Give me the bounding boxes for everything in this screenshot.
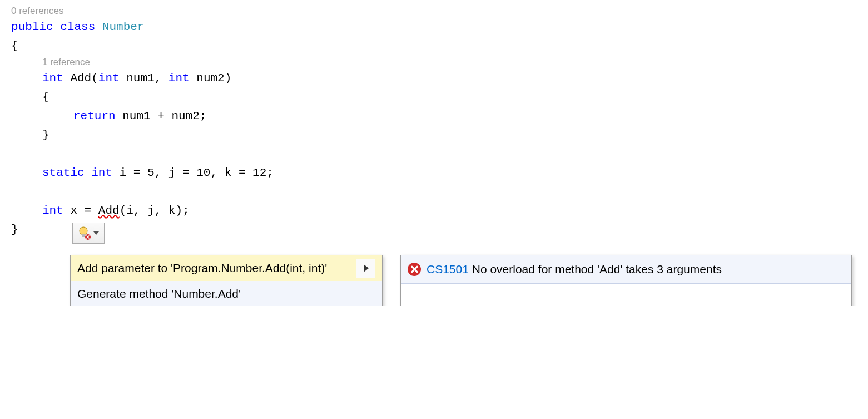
code-line: public class Number [11, 18, 857, 37]
code-line: } [11, 220, 857, 239]
codelens-class[interactable]: 0 references [11, 4, 857, 18]
diff-context: ... [408, 304, 426, 306]
preview-header: CS1501 No overload for method 'Add' take… [401, 255, 851, 284]
submenu-expand-button[interactable] [356, 259, 375, 278]
code-line: int Add(int num1, int num2) [11, 69, 857, 88]
blank-line [11, 145, 857, 164]
blank-line [11, 183, 857, 201]
lightbulb-icon [78, 226, 91, 240]
code-line: return num1 + num2; [11, 107, 857, 126]
quick-action-generate-method[interactable]: Generate method 'Number.Add' [71, 281, 382, 306]
error-icon [408, 263, 421, 276]
code-line: static int i = 5, j = 10, k = 12; [11, 164, 857, 183]
diff-preview: ... { int Add(int num1, int num2) int Ad… [401, 284, 851, 306]
codelens-method[interactable]: 1 reference [11, 56, 857, 69]
code-editor[interactable]: 0 references public class Number { 1 ref… [0, 0, 868, 306]
svg-point-0 [80, 227, 87, 235]
quick-actions-menu: Add parameter to 'Program.Number.Add(int… [70, 255, 383, 306]
quick-action-add-parameter[interactable]: Add parameter to 'Program.Number.Add(int… [71, 255, 382, 281]
code-line: } [11, 126, 857, 145]
error-code[interactable]: CS1501 [426, 263, 469, 275]
error-message: No overload for method 'Add' takes 3 arg… [469, 263, 722, 275]
preview-panel: CS1501 No overload for method 'Add' take… [400, 255, 852, 306]
chevron-down-icon [93, 231, 99, 235]
code-line: { [11, 88, 857, 107]
chevron-right-icon [364, 264, 369, 272]
menu-item-label: Generate method 'Number.Add' [77, 284, 375, 303]
svg-rect-1 [82, 234, 85, 237]
code-line: int x = Add(i, j, k); [11, 201, 857, 220]
lightbulb-button[interactable] [72, 223, 105, 244]
code-line: { [11, 37, 857, 56]
menu-item-label: Add parameter to 'Program.Number.Add(int… [77, 259, 356, 278]
error-squiggle: Add [98, 204, 120, 217]
